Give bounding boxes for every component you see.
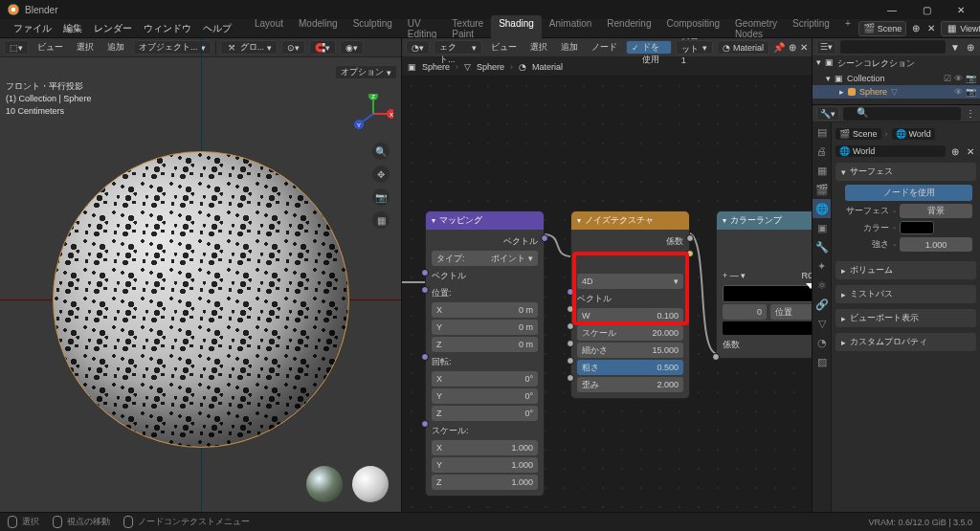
rot-y[interactable]: Y0° bbox=[432, 388, 538, 404]
ptab-output[interactable]: 🖨 bbox=[813, 142, 831, 161]
vp-menu-view[interactable]: ビュー bbox=[33, 41, 68, 54]
ptab-render[interactable]: ▤ bbox=[813, 122, 831, 142]
delete-scene-icon[interactable]: ✕ bbox=[925, 23, 937, 34]
zoom-gizmo[interactable]: 🔍 bbox=[371, 142, 390, 161]
strength-field[interactable]: 1.000 bbox=[900, 237, 972, 252]
collection-row[interactable]: ▾▣Collection ☑👁📷 bbox=[813, 72, 980, 85]
minimize-button[interactable]: — bbox=[875, 0, 909, 19]
noise-scale-socket[interactable] bbox=[567, 322, 574, 330]
noise-fac-socket[interactable] bbox=[686, 234, 694, 242]
menu-help[interactable]: ヘルプ bbox=[197, 22, 237, 35]
props-editor-type[interactable]: 🔧▾ bbox=[816, 106, 839, 121]
colorramp-pos[interactable]: 位置 bbox=[770, 304, 813, 320]
noise-detail-socket[interactable] bbox=[567, 340, 574, 347]
hdri-preview-ball[interactable] bbox=[306, 466, 343, 502]
ne-menu-add[interactable]: 追加 bbox=[556, 41, 583, 54]
ptab-constraints[interactable]: 🔗 bbox=[813, 295, 831, 314]
ne-menu-view[interactable]: ビュー bbox=[486, 41, 522, 54]
use-nodes-toggle[interactable]: ✓ ノードを使用 bbox=[626, 40, 672, 55]
persp-gizmo[interactable]: ▦ bbox=[371, 210, 390, 230]
noise-texture-node[interactable]: ▾ノイズテクスチャ 係数 4D▾ ベクトル W0.100 スケール20.000 … bbox=[570, 210, 690, 399]
rot-x[interactable]: X0° bbox=[432, 371, 538, 387]
viewport[interactable]: ⬚▾ ビュー 選択 追加 オブジェクト...▾ ⤧グロ...▾ ⊙▾ 🧲▾ ◉▾… bbox=[0, 38, 402, 512]
custom-props-panel-header[interactable]: ▸ カスタムプロパティ bbox=[835, 333, 976, 351]
noise-roughness-field[interactable]: 粗さ0.500 bbox=[577, 360, 683, 375]
world-crumb[interactable]: 🌐 World bbox=[892, 128, 935, 140]
maximize-button[interactable]: ▢ bbox=[909, 0, 944, 19]
vp-mode-selector[interactable]: オブジェクト...▾ bbox=[133, 40, 212, 55]
filter-icon[interactable]: ▼ bbox=[949, 41, 961, 53]
bc-object[interactable]: Sphere bbox=[422, 62, 450, 72]
rot-z[interactable]: Z0° bbox=[432, 406, 538, 421]
scene-selector[interactable]: 🎬Scene bbox=[858, 21, 907, 36]
camera-gizmo[interactable]: 📷 bbox=[371, 188, 390, 207]
props-search[interactable]: 🔍 bbox=[843, 107, 961, 121]
options-button[interactable]: オプション ▾ bbox=[335, 65, 397, 79]
ptab-world[interactable]: 🌐 bbox=[813, 199, 831, 218]
world-color[interactable] bbox=[900, 221, 934, 234]
noise-distort-socket[interactable] bbox=[567, 374, 574, 382]
orientation-selector[interactable]: ⤧グロ...▾ bbox=[220, 40, 278, 55]
vp-menu-add[interactable]: 追加 bbox=[102, 41, 129, 54]
snap-toggle[interactable]: 🧲▾ bbox=[309, 40, 336, 55]
ptab-physics[interactable]: ⚛ bbox=[813, 276, 831, 295]
noise-w-socket[interactable] bbox=[567, 305, 574, 313]
outliner-type[interactable]: ☰▾ bbox=[816, 40, 836, 55]
vp-menu-select[interactable]: 選択 bbox=[72, 41, 99, 54]
menu-window[interactable]: ウィンドウ bbox=[138, 22, 197, 35]
bc-mesh[interactable]: Sphere bbox=[477, 62, 504, 72]
noise-color-socket[interactable] bbox=[686, 250, 694, 257]
sphere-object[interactable] bbox=[53, 151, 349, 448]
pan-gizmo[interactable]: ✥ bbox=[371, 165, 390, 184]
surface-panel-header[interactable]: ▾ サーフェス bbox=[835, 163, 976, 181]
new-scene-icon[interactable]: ⊕ bbox=[910, 23, 922, 34]
surface-field[interactable]: 背景 bbox=[900, 204, 972, 218]
nav-gizmo[interactable]: X Z Y bbox=[353, 94, 393, 134]
noise-vector-socket[interactable] bbox=[567, 288, 574, 296]
scale-x[interactable]: X1.000 bbox=[432, 440, 538, 455]
props-options-icon[interactable]: ⋮ bbox=[965, 108, 976, 120]
editor-type-selector[interactable]: ⬚▾ bbox=[4, 40, 29, 55]
scale-z[interactable]: Z1.000 bbox=[432, 475, 538, 490]
noise-distortion-field[interactable]: 歪み2.000 bbox=[577, 377, 683, 392]
material-preview-ball[interactable] bbox=[352, 466, 389, 502]
bc-material[interactable]: Material bbox=[532, 62, 563, 72]
noise-w-field[interactable]: W0.100 bbox=[577, 308, 683, 323]
menu-render[interactable]: レンダー bbox=[88, 22, 138, 35]
noise-rough-socket[interactable] bbox=[567, 357, 574, 365]
mapping-type-field[interactable]: タイプ:ポイント ▾ bbox=[432, 251, 538, 266]
ptab-scene[interactable]: 🎬 bbox=[813, 180, 831, 199]
volume-panel-header[interactable]: ▸ ボリューム bbox=[835, 261, 976, 279]
ne-menu-select[interactable]: 選択 bbox=[525, 41, 552, 54]
mapping-node-header[interactable]: ▾マッピング bbox=[426, 211, 544, 230]
ptab-particles[interactable]: ✦ bbox=[813, 256, 831, 276]
ptab-viewlayer[interactable]: ▦ bbox=[813, 161, 831, 180]
colorramp-fac-socket[interactable] bbox=[712, 353, 720, 361]
viewlayer-selector[interactable]: ▦ViewLayer bbox=[941, 21, 980, 36]
colorramp-color[interactable] bbox=[723, 321, 813, 335]
outliner-search[interactable] bbox=[840, 40, 946, 54]
color-ramp-gradient[interactable] bbox=[723, 285, 813, 302]
rgb-label[interactable]: RG bbox=[802, 271, 813, 280]
mapping-in-socket[interactable] bbox=[421, 269, 429, 277]
mapping-node[interactable]: ▾マッピング ベクトル タイプ:ポイント ▾ ベクトル 位置: X0 m Y0 … bbox=[425, 210, 545, 497]
ptab-texture[interactable]: ▨ bbox=[813, 352, 831, 371]
colorramp-index[interactable]: 0 bbox=[723, 304, 767, 320]
colorramp-header[interactable]: ▾カラーランプ bbox=[717, 211, 813, 230]
rot-socket[interactable] bbox=[421, 353, 429, 361]
shader-type[interactable]: オブジェクト...▾ bbox=[434, 40, 482, 55]
material-selector[interactable]: ◔ Material bbox=[717, 40, 769, 55]
world-new-icon[interactable]: ⊕ bbox=[949, 145, 961, 157]
noise-dimensions[interactable]: 4D▾ bbox=[577, 274, 683, 289]
new-material-icon[interactable]: ⊕ bbox=[789, 42, 796, 54]
pivot-selector[interactable]: ⊙▾ bbox=[281, 40, 305, 55]
scene-collection-row[interactable]: ▾▣シーンコレクション bbox=[813, 55, 980, 72]
menu-edit[interactable]: 編集 bbox=[57, 22, 88, 35]
sphere-row[interactable]: ▸Sphere▽ 👁📷 bbox=[813, 85, 980, 99]
loc-z[interactable]: Z0 m bbox=[432, 337, 538, 352]
slot-selector[interactable]: スロット1 ▾ bbox=[676, 40, 713, 55]
ptab-data[interactable]: ▽ bbox=[813, 314, 831, 333]
loc-socket[interactable] bbox=[421, 286, 429, 294]
pin-icon[interactable]: 📌 bbox=[773, 42, 785, 54]
ptab-object[interactable]: ▣ bbox=[813, 218, 831, 237]
